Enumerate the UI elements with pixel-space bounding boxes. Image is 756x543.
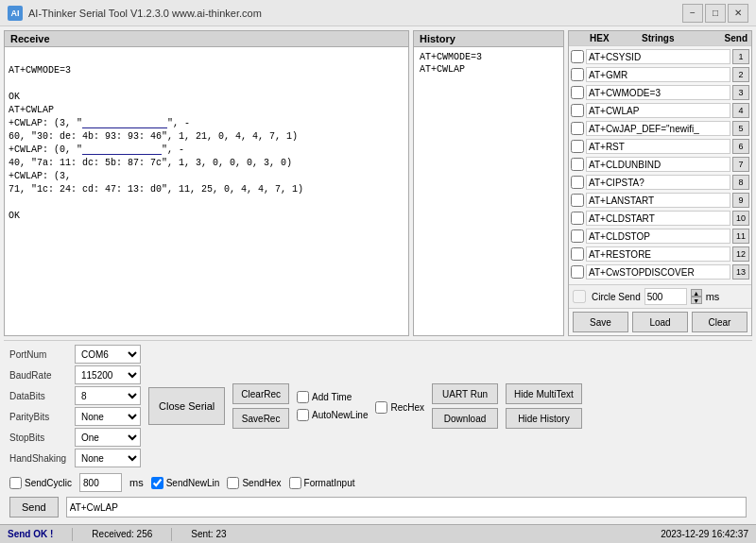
mt-row-input[interactable] — [586, 49, 730, 64]
mt-send-button[interactable]: 10 — [732, 211, 749, 226]
status-bar: Send OK ! Received: 256 Sent: 23 2023-12… — [0, 524, 756, 543]
mt-row-checkbox[interactable] — [571, 50, 584, 63]
format-input-checkbox[interactable] — [289, 477, 301, 489]
port-num-select[interactable]: COM6 — [75, 345, 141, 364]
spin-up-button[interactable]: ▲ — [691, 289, 702, 297]
masked-text-1: ███████████████ — [82, 118, 167, 128]
load-button[interactable]: Load — [632, 312, 688, 332]
rec-hex-label: RecHex — [390, 402, 424, 413]
add-time-checkbox[interactable] — [297, 391, 309, 403]
multitext-row: 3 — [571, 84, 749, 101]
send-hex-checkbox[interactable] — [227, 477, 239, 489]
auto-new-line-option[interactable]: AutoNewLine — [297, 409, 368, 421]
stop-bits-select[interactable]: One — [75, 428, 141, 447]
mt-send-button[interactable]: 6 — [732, 139, 749, 154]
mt-row-checkbox[interactable] — [571, 229, 584, 243]
mt-row-checkbox[interactable] — [571, 68, 584, 81]
mt-row-input[interactable] — [586, 157, 730, 172]
mt-row-input[interactable] — [586, 246, 730, 262]
mt-send-button[interactable]: 13 — [732, 264, 749, 280]
mt-row-checkbox[interactable] — [571, 176, 584, 189]
add-time-label: Add Time — [312, 392, 352, 402]
multitext-row: 7 — [571, 156, 749, 173]
clear-rec-button[interactable]: ClearRec — [232, 383, 289, 404]
download-button[interactable]: Download — [432, 408, 498, 429]
data-bits-select[interactable]: 8 — [75, 386, 141, 405]
send-new-lin-checkbox[interactable] — [151, 477, 163, 489]
history-header: History — [414, 31, 563, 47]
received-label: Received: 256 — [92, 529, 152, 539]
circle-send-checkbox[interactable] — [573, 290, 586, 303]
mt-send-button[interactable]: 9 — [732, 193, 749, 208]
auto-new-line-checkbox[interactable] — [297, 409, 309, 421]
clear-button[interactable]: Clear — [692, 312, 747, 332]
rec-hex-option[interactable]: RecHex — [375, 401, 424, 414]
receive-header: Receive — [5, 31, 408, 47]
send-cyclic-checkbox[interactable] — [9, 477, 22, 489]
mt-row-input[interactable] — [586, 264, 730, 280]
parity-bits-label: ParityBits — [9, 412, 71, 422]
mt-col-strings: Strings — [642, 33, 708, 43]
mt-send-button[interactable]: 12 — [732, 246, 749, 262]
send-cyclic-option[interactable]: SendCyclic — [9, 477, 72, 489]
close-button[interactable]: ✕ — [728, 4, 748, 23]
mt-send-button[interactable]: 1 — [732, 49, 749, 64]
mt-row-input[interactable] — [586, 211, 730, 226]
mt-send-button[interactable]: 11 — [732, 229, 749, 244]
circle-send-input[interactable] — [644, 288, 687, 305]
mt-row-checkbox[interactable] — [571, 247, 584, 261]
hand-shaking-select[interactable]: None — [75, 449, 141, 467]
uart-run-button[interactable]: UART Run — [432, 383, 498, 404]
mt-row-checkbox[interactable] — [571, 122, 584, 135]
mt-row-input[interactable] — [586, 85, 730, 100]
mt-row-checkbox[interactable] — [571, 158, 584, 171]
spin-down-button[interactable]: ▼ — [691, 297, 702, 304]
mt-send-button[interactable]: 2 — [732, 67, 749, 82]
send-new-lin-label: SendNewLin — [166, 478, 220, 488]
mt-send-button[interactable]: 7 — [732, 157, 749, 172]
mt-row-input[interactable] — [586, 121, 730, 136]
history-item[interactable]: AT+CWLAP — [418, 63, 559, 76]
mt-send-button[interactable]: 5 — [732, 121, 749, 136]
mt-row-checkbox[interactable] — [571, 86, 584, 99]
maximize-button[interactable]: □ — [705, 4, 726, 23]
mt-row-checkbox[interactable] — [571, 212, 584, 225]
mt-row-checkbox[interactable] — [571, 104, 584, 117]
send-button[interactable]: Send — [9, 497, 59, 518]
format-input-option[interactable]: FormatInput — [289, 477, 355, 489]
save-rec-button[interactable]: SaveRec — [232, 408, 289, 429]
mt-row-checkbox[interactable] — [571, 265, 584, 279]
baud-rate-select[interactable]: 115200 — [75, 365, 141, 384]
mt-send-button[interactable]: 3 — [732, 85, 749, 100]
hide-buttons: Hide MultiText Hide History — [506, 383, 582, 429]
history-item[interactable]: AT+CWMODE=3 — [418, 51, 559, 63]
mt-send-button[interactable]: 4 — [732, 103, 749, 118]
close-serial-button[interactable]: Close Serial — [148, 387, 225, 425]
mt-row-input[interactable] — [586, 103, 730, 118]
receive-content[interactable]: AT+CWMODE=3 OK AT+CWLAP +CWLAP: (3, "███… — [5, 47, 408, 335]
parity-bits-select[interactable]: None — [75, 407, 141, 426]
masked-text-2: ██████████████ — [82, 144, 162, 155]
send-input[interactable] — [66, 497, 747, 518]
mt-row-input[interactable] — [586, 67, 730, 82]
send-hex-label: SendHex — [242, 478, 281, 488]
mt-row-input[interactable] — [586, 175, 730, 190]
mt-row-input[interactable] — [586, 193, 730, 208]
history-content[interactable]: AT+CWMODE=3AT+CWLAP — [414, 47, 563, 335]
send-cyclic-input[interactable] — [79, 473, 122, 492]
mt-row-checkbox[interactable] — [571, 140, 584, 153]
add-time-option[interactable]: Add Time — [297, 391, 368, 403]
mt-row-input[interactable] — [586, 139, 730, 154]
mt-col-send: Send — [710, 33, 747, 43]
mt-row-checkbox[interactable] — [571, 194, 584, 207]
save-button[interactable]: Save — [573, 312, 628, 332]
multitext-row: 2 — [571, 66, 749, 83]
send-new-lin-option[interactable]: SendNewLin — [151, 477, 220, 489]
send-hex-option[interactable]: SendHex — [227, 477, 281, 489]
hide-history-button[interactable]: Hide History — [506, 408, 582, 429]
hide-multitext-button[interactable]: Hide MultiText — [506, 383, 582, 404]
mt-send-button[interactable]: 8 — [732, 175, 749, 190]
mt-row-input[interactable] — [586, 229, 730, 244]
rec-hex-checkbox[interactable] — [375, 401, 387, 414]
minimize-button[interactable]: − — [682, 4, 703, 23]
